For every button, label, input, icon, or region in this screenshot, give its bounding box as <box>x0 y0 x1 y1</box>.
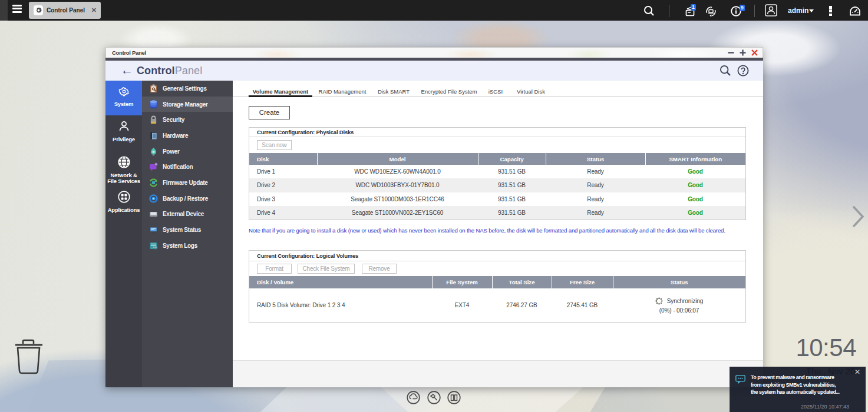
svg-text:LOG: LOG <box>153 247 157 249</box>
